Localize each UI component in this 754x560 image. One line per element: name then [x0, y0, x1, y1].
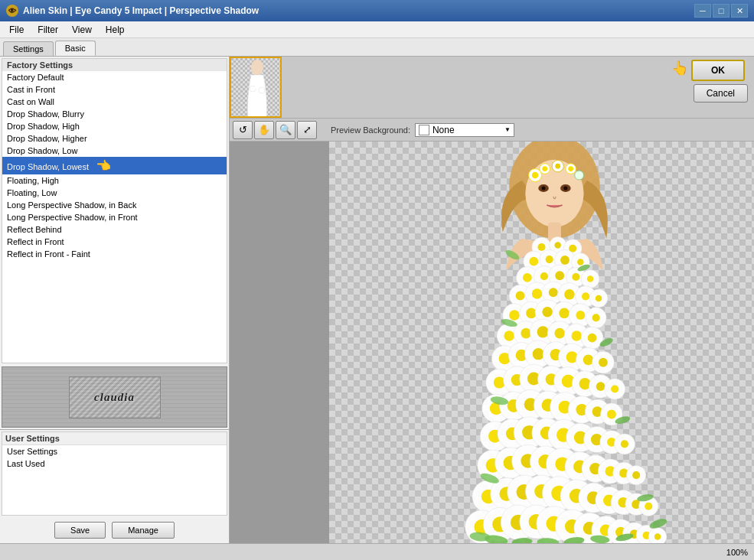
zoom-level: 100% — [726, 548, 748, 557]
canvas-area[interactable] — [230, 142, 754, 543]
preset-list[interactable]: Factory Settings Factory Default Cast in… — [2, 58, 227, 363]
svg-point-44 — [540, 272, 548, 280]
svg-point-60 — [582, 292, 589, 300]
svg-point-84 — [571, 330, 582, 341]
app-icon: 👁 — [6, 5, 18, 17]
preset-group-factory: Factory Settings — [2, 59, 227, 71]
preview-thumbnail[interactable] — [230, 57, 282, 118]
svg-point-64 — [509, 310, 520, 321]
svg-point-116 — [611, 385, 619, 392]
hand-tool-button[interactable]: ✋ — [254, 121, 274, 139]
list-item-selected[interactable]: Drop Shadow, Lowest 👈 — [2, 157, 227, 174]
svg-point-82 — [554, 328, 565, 339]
title-bar: 👁 Alien Skin | Eye Candy 5 Impact | Pers… — [0, 0, 754, 21]
preview-bg-dropdown[interactable]: None ▼ — [415, 123, 514, 137]
status-bar: 100% — [0, 543, 754, 560]
svg-point-15 — [542, 186, 546, 190]
list-item[interactable]: Reflect Behind — [2, 223, 227, 236]
list-item[interactable]: Drop Shadow, Blurry — [2, 108, 227, 120]
woman-figure — [329, 142, 754, 543]
list-item[interactable]: Long Perspective Shadow, in Back — [2, 199, 227, 211]
svg-point-72 — [576, 311, 585, 320]
svg-point-86 — [588, 334, 597, 343]
list-item[interactable]: Drop Shadow, Higher — [2, 132, 227, 145]
menu-help[interactable]: Help — [100, 23, 131, 37]
svg-point-62 — [596, 295, 602, 301]
list-item[interactable]: Factory Default — [2, 71, 227, 83]
svg-point-132 — [607, 410, 616, 419]
list-item[interactable]: Floating, Low — [2, 187, 227, 199]
tab-settings[interactable]: Settings — [3, 41, 54, 56]
toolbar-strip: ↺ ✋ 🔍 ⤢ Preview Background: None ▼ — [230, 119, 754, 142]
svg-point-5 — [251, 60, 263, 75]
svg-point-70 — [559, 308, 570, 319]
svg-point-52 — [516, 291, 525, 301]
reset-tool-button[interactable]: ↺ — [233, 121, 253, 139]
menu-filter[interactable]: Filter — [31, 23, 64, 37]
svg-point-114 — [596, 382, 605, 391]
save-button[interactable]: Save — [54, 522, 106, 539]
list-item[interactable]: Reflect in Front - Faint — [2, 248, 227, 260]
svg-point-80 — [537, 326, 549, 337]
right-toolbar-area: OK Cancel — [282, 57, 754, 106]
svg-point-54 — [532, 288, 543, 299]
watermark-badge: claudia — [69, 376, 161, 418]
window-title: Alien Skin | Eye Candy 5 Impact | Perspe… — [23, 5, 259, 16]
tab-basic[interactable]: Basic — [55, 41, 96, 56]
list-item[interactable]: Floating, High — [2, 174, 227, 187]
zoom-in-button[interactable]: 🔍 — [276, 121, 295, 139]
ok-button[interactable]: OK — [691, 60, 745, 81]
svg-point-76 — [504, 330, 514, 341]
svg-point-42 — [523, 273, 532, 282]
svg-point-21 — [542, 166, 547, 171]
svg-point-8 — [259, 87, 265, 93]
svg-point-100 — [599, 358, 608, 367]
menu-view[interactable]: View — [66, 23, 98, 37]
svg-point-36 — [546, 256, 553, 263]
tab-bar: Settings Basic — [0, 38, 754, 57]
preview-bg-label: Preview Background: — [331, 125, 410, 135]
svg-point-25 — [568, 166, 573, 171]
svg-point-68 — [542, 307, 553, 317]
right-top-bar: OK Cancel — [230, 57, 754, 119]
last-used-item[interactable]: Last Used — [2, 457, 227, 470]
svg-point-40 — [577, 259, 583, 265]
zoom-fit-button[interactable]: ⤢ — [297, 121, 317, 139]
list-item[interactable]: Reflect in Front — [2, 236, 227, 248]
svg-point-66 — [526, 308, 537, 319]
minimize-button[interactable]: ─ — [694, 4, 711, 18]
preset-area: Factory Settings Factory Default Cast in… — [0, 57, 229, 430]
list-item[interactable]: Cast on Wall — [2, 96, 227, 108]
svg-point-192 — [645, 503, 652, 510]
svg-point-48 — [572, 273, 579, 281]
close-button[interactable]: ✕ — [731, 4, 748, 18]
svg-point-170 — [632, 471, 640, 479]
svg-point-56 — [549, 288, 558, 297]
bottom-buttons: Save Manage — [0, 517, 229, 543]
menu-file[interactable]: File — [3, 23, 30, 37]
svg-point-28 — [537, 243, 545, 251]
user-settings-item[interactable]: User Settings — [2, 445, 227, 457]
svg-point-46 — [555, 271, 564, 280]
thumbnail-strip — [230, 57, 282, 118]
manage-button[interactable]: Manage — [112, 522, 175, 539]
maximize-button[interactable]: □ — [713, 4, 730, 18]
svg-point-78 — [521, 328, 531, 339]
user-settings-area: User Settings User Settings Last Used — [2, 431, 227, 516]
svg-point-30 — [554, 242, 560, 248]
main-layout: Factory Settings Factory Default Cast in… — [0, 57, 754, 543]
right-panel: OK Cancel ↺ ✋ 🔍 ⤢ Preview Background: — [230, 57, 754, 543]
svg-point-19 — [532, 172, 538, 178]
list-item[interactable]: Cast in Front — [2, 83, 227, 96]
svg-point-38 — [560, 256, 570, 265]
list-item[interactable]: Drop Shadow, Low — [2, 145, 227, 157]
svg-point-98 — [583, 355, 594, 366]
svg-point-10 — [256, 99, 264, 106]
list-item[interactable]: Drop Shadow, High — [2, 120, 227, 132]
svg-point-216 — [654, 533, 661, 539]
svg-point-74 — [592, 314, 600, 321]
list-item[interactable]: Long Perspective Shadow, in Front — [2, 211, 227, 223]
cancel-button[interactable]: Cancel — [694, 84, 748, 103]
svg-point-150 — [621, 440, 628, 448]
svg-point-6 — [250, 86, 256, 92]
